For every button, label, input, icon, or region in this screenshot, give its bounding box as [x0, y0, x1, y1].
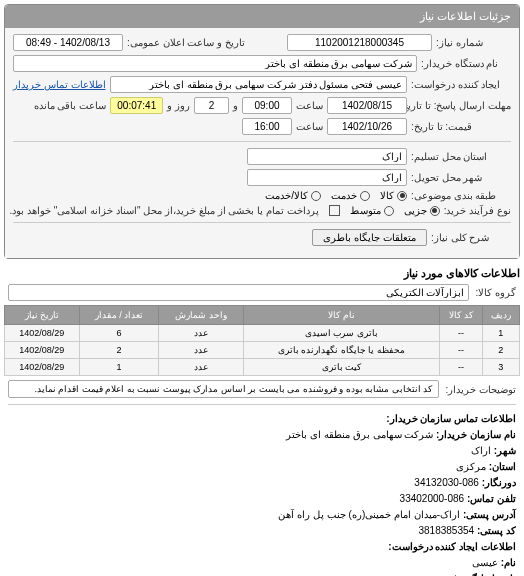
deadline-date[interactable]	[327, 97, 407, 114]
cell-date: 1402/08/29	[5, 325, 80, 342]
deadline-label: مهلت ارسال پاسخ: تا تاریخ:	[411, 100, 511, 111]
phone-label: تلفن تماس:	[467, 493, 516, 504]
deadline-time[interactable]	[242, 97, 292, 114]
separator-2	[13, 222, 511, 223]
publish-datetime[interactable]	[13, 34, 123, 51]
panel-title: جزئیات اطلاعات نیاز	[5, 5, 519, 28]
contact-city-value: اراک	[471, 445, 491, 456]
postcode-label: کد پستی:	[477, 525, 516, 536]
category-radio-group: کالا خدمت کالا/خدمت	[265, 190, 407, 201]
remaining-prefix: و	[233, 100, 238, 111]
need-title-button[interactable]: متعلقات جایگاه باطری	[312, 229, 427, 246]
cell-unit: عدد	[159, 325, 243, 342]
group-input[interactable]	[8, 284, 469, 301]
cell-qty: 6	[79, 325, 159, 342]
fax-label: دورنگار:	[482, 477, 516, 488]
cell-unit: عدد	[159, 359, 243, 376]
buyer-org-input[interactable]	[13, 55, 417, 72]
need-no-input[interactable]	[287, 34, 432, 51]
price-until-time[interactable]	[242, 118, 292, 135]
table-row[interactable]: 1--باتری سرب اسیدیعدد61402/08/29	[5, 325, 520, 342]
creator-label: ایجاد کننده درخواست:	[411, 79, 511, 90]
radio-dot-icon	[397, 191, 407, 201]
city-input[interactable]	[247, 169, 407, 186]
cell-code: --	[440, 342, 482, 359]
radio-dot-icon	[360, 191, 370, 201]
need-no-label: شماره نیاز:	[436, 37, 511, 48]
radio-goods[interactable]: کالا	[380, 190, 407, 201]
req-creator-title: اطلاعات ایجاد کننده درخواست:	[8, 539, 516, 555]
price-until-label: قیمت: تا تاریخ:	[411, 121, 511, 132]
buyer-desc-label: توضیحات خریدار:	[445, 384, 516, 395]
radio-dot-icon	[384, 206, 394, 216]
contact-city-label: شهر:	[494, 445, 516, 456]
cell-row: 3	[482, 359, 519, 376]
panel-body: شماره نیاز: تاریخ و ساعت اعلان عمومی: نا…	[5, 28, 519, 258]
remaining-days[interactable]	[194, 97, 229, 114]
table-row[interactable]: 2--محفظه یا جایگاه نگهدارنده باتریعدد214…	[5, 342, 520, 359]
th-unit: واحد شمارش	[159, 306, 243, 325]
th-qty: تعداد / مقدار	[79, 306, 159, 325]
cell-qty: 2	[79, 342, 159, 359]
buyer-org-label: نام دستگاه خریدار:	[421, 58, 511, 69]
cell-unit: عدد	[159, 342, 243, 359]
province-label: استان محل تسلیم:	[411, 151, 511, 162]
phone-value: 086-33402000	[400, 493, 465, 504]
address-label: آدرس پستی:	[463, 509, 516, 520]
process-note: پرداخت تمام یا بخشی از مبلغ خرید،از محل …	[9, 205, 318, 216]
contact-link[interactable]: اطلاعات تماس خریدار	[13, 79, 106, 90]
category-label: طبقه بندی موضوعی:	[411, 190, 511, 201]
time-label-2: ساعت	[296, 121, 323, 132]
separator-3	[8, 404, 516, 405]
goods-section-title: اطلاعات کالاهای مورد نیاز	[4, 267, 520, 280]
cell-row: 2	[482, 342, 519, 359]
items-table: ردیف کد کالا نام کالا واحد شمارش تعداد /…	[4, 305, 520, 376]
cell-name: کیت باتری	[243, 359, 440, 376]
address-value: اراک-میدان امام خمینی(ره) جنب پل راه آهن	[278, 509, 460, 520]
th-code: کد کالا	[440, 306, 482, 325]
cell-date: 1402/08/29	[5, 359, 80, 376]
separator-1	[13, 141, 511, 142]
treasury-checkbox[interactable]	[329, 205, 340, 216]
fax-value: 086-34132030	[414, 477, 479, 488]
radio-dot-icon	[311, 191, 321, 201]
province-input[interactable]	[247, 148, 407, 165]
radio-service[interactable]: خدمت	[331, 190, 370, 201]
radio-goods-service[interactable]: کالا/خدمت	[265, 190, 321, 201]
th-date: تاریخ نیاز	[5, 306, 80, 325]
cell-name: محفظه یا جایگاه نگهدارنده باتری	[243, 342, 440, 359]
table-row[interactable]: 3--کیت باتریعدد11402/08/29	[5, 359, 520, 376]
remaining-suffix: ساعت باقی مانده	[34, 100, 107, 111]
radio-small[interactable]: جزیی	[404, 205, 440, 216]
city-label: شهر محل تحویل:	[411, 172, 511, 183]
cell-date: 1402/08/29	[5, 342, 80, 359]
org-label: نام سازمان خریدار:	[436, 429, 516, 440]
cell-qty: 1	[79, 359, 159, 376]
publish-label: تاریخ و ساعت اعلان عمومی:	[127, 37, 245, 48]
org-value: شرکت سهامی برق منطقه ای باختر	[286, 429, 433, 440]
first-value: عیسی	[472, 557, 498, 568]
price-until-date[interactable]	[327, 118, 407, 135]
cell-row: 1	[482, 325, 519, 342]
group-label: گروه کالا:	[475, 287, 516, 298]
creator-input[interactable]	[110, 76, 407, 93]
process-label: نوع فرآیند خرید:	[444, 205, 511, 216]
th-name: نام کالا	[243, 306, 440, 325]
cell-code: --	[440, 325, 482, 342]
details-panel: جزئیات اطلاعات نیاز شماره نیاز: تاریخ و …	[4, 4, 520, 259]
buyer-desc-box: کد انتخابی مشابه بوده و فروشنده می بایست…	[8, 380, 439, 398]
remaining-mid: روز و	[167, 100, 190, 111]
contact-province-value: مرکزی	[456, 461, 486, 472]
need-title-label: شرح کلی نیاز:	[431, 232, 511, 243]
th-row: ردیف	[482, 306, 519, 325]
cell-code: --	[440, 359, 482, 376]
radio-medium[interactable]: متوسط	[350, 205, 394, 216]
contact-section-title: اطلاعات تماس سازمان خریدار:	[8, 411, 516, 427]
remaining-time: 00:07:41	[110, 97, 163, 114]
cell-name: باتری سرب اسیدی	[243, 325, 440, 342]
first-label: نام:	[501, 557, 516, 568]
contact-info-block: اطلاعات تماس سازمان خریدار: نام سازمان خ…	[8, 411, 516, 576]
process-radio-group: جزیی متوسط پرداخت تمام یا بخشی از مبلغ خ…	[9, 205, 439, 216]
contact-province-label: استان:	[489, 461, 516, 472]
radio-dot-icon	[430, 206, 440, 216]
